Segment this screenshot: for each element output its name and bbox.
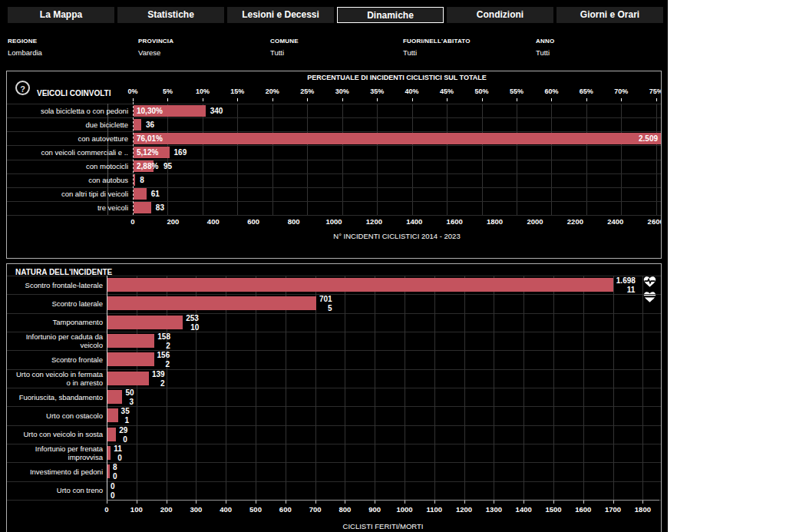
pct-tick-mark [656,98,657,101]
vehicles-chart-panel: PERCENTUALE DI INCIDENTI CICLISTICI SUL … [6,71,662,259]
tab-statistiche[interactable]: Statistiche [117,7,224,23]
category-label: sola bicicletta o con pedoni [7,104,128,117]
bar-fuoriuscita-sbandamento[interactable] [107,390,122,404]
morti-value-label: 1 [125,416,130,425]
axis-tick-mark [375,501,375,504]
pct-tick-mark [447,98,447,101]
category-label: Fuoriuscita, sbandamento [7,388,103,406]
pct-tick-label: 20% [256,88,289,95]
chart-title: PERCENTUALE DI INCIDENTI CICLISTICI SUL … [133,74,661,81]
bar-tre-veicoli[interactable] [134,202,151,213]
legend [642,275,659,306]
gridline [405,276,405,500]
bar-scontro-laterale[interactable] [107,296,316,310]
pct-tick-mark [272,98,273,101]
filter-value-regione[interactable]: Lombardia [8,48,42,57]
filter-comune: COMUNETutti [270,38,299,57]
category-label: Urto con ostacolo [7,406,103,425]
count-value-label: 2.509 [639,133,658,144]
bar-urto-con-veicolo-in-sosta[interactable] [107,428,116,441]
pct-tick-mark [237,98,238,101]
morti-value-label: 0 [111,491,115,501]
count-tick-label: 1400 [395,217,434,226]
filter-anno: ANNOTutti [536,38,554,57]
filter-label-anno: ANNO [536,38,554,45]
category-label: Urto con veicolo in sosta [7,425,103,444]
pct-tick-mark [412,98,413,101]
count-value-label: 36 [146,119,154,131]
morti-value-label: 0 [117,454,122,463]
bar-tamponamento[interactable] [107,316,183,329]
category-label: Infortunio per frenata improvvisa [7,444,103,462]
count-tick-label: 1800 [624,505,661,514]
bar-con-autobus[interactable] [134,174,135,186]
pct-tick-mark [203,98,203,101]
category-label: Infortunio per caduta da veicolo [7,332,103,350]
bar-urto-con-veicolo-in-fermata[interactable] [107,372,149,385]
pct-value-label: 2,88% [137,160,158,172]
category-label: con altri tipi di veicoli [7,187,128,201]
category-label: con autobus [7,173,128,187]
help-icon[interactable]: ? [15,81,30,95]
bar-due-biciclette[interactable] [134,119,141,131]
filter-fuori-nell-abitato: FUORI/NELL'ABITATOTutti [403,38,471,57]
gridline [553,276,554,500]
axis-tick-mark [256,501,256,504]
gridline [345,276,345,500]
bar-scontro-frontale-laterale[interactable] [107,278,613,292]
feriti-value-label: 0 [111,482,115,491]
count-value-label: 169 [174,147,187,158]
pct-tick-label: 5% [150,88,184,95]
morti-value-label: 10 [190,323,199,332]
bar-urto-con-ostacolo[interactable] [107,408,118,422]
axis-tick-mark [434,501,435,504]
feriti-value-label: 253 [186,314,199,323]
category-label: tre veicoli [7,201,128,215]
bar-infortunio-per-caduta-da[interactable] [107,334,154,348]
tab-lesioni-e-decessi[interactable]: Lesioni e Decessi [227,7,334,23]
x-axis-title-incidenti: N° INCIDENTI CICLISTICI 2014 - 2023 [133,232,661,240]
axis-tick-mark [553,501,554,504]
morti-value-label: 3 [129,398,134,407]
count-value-label: 340 [210,105,223,117]
filter-provincia: PROVINCIAVarese [138,38,173,57]
axis-tick-mark [494,501,494,504]
axis-tick-mark [405,501,405,504]
filter-value-comune[interactable]: Tutti [270,48,299,57]
morti-value-label: 2 [166,342,170,351]
filter-value-fuori-nell-abitato[interactable]: Tutti [403,48,471,57]
bar-infortunio-per-frenata[interactable] [107,446,111,460]
count-value-label: 8 [140,174,144,186]
filter-value-anno[interactable]: Tutti [536,48,554,57]
axis-tick-mark [167,501,167,504]
heart-icon [642,290,657,303]
filter-value-provincia[interactable]: Varese [138,48,173,57]
pct-tick-label: 25% [290,88,324,95]
tab-dinamiche[interactable]: Dinamiche [337,7,444,23]
pct-tick-label: 65% [570,88,603,95]
filter-label-comune: COMUNE [270,38,299,45]
axis-tick-mark [583,501,584,504]
pct-tick-label: 45% [430,88,464,95]
row-separator [7,294,661,295]
tab-condizioni[interactable]: Condizioni [447,7,553,23]
row-separator [7,462,661,463]
pct-value-label: 10,30% [137,105,163,117]
morti-value-label: 0 [113,472,117,481]
count-tick-label: 2200 [555,217,595,226]
pct-tick-label: 15% [220,88,254,95]
category-label: Urto con veicolo in fermata o in arresto [7,369,103,388]
bar-con-autovetture[interactable] [134,133,661,144]
bar-con-altri-tipi-di-veicoli[interactable] [134,188,147,200]
count-tick-label: 400 [193,217,233,226]
tab-la-mappa[interactable]: La Mappa [8,7,114,23]
bar-investimento-di-pedoni[interactable] [107,464,110,478]
tab-bar: La MappaStatisticheLesioni e DecessiDina… [0,7,668,23]
category-label: con motocicli [7,160,128,173]
pct-tick-label: 40% [395,88,429,95]
count-tick-label: 2000 [515,217,555,226]
tab-giorni-e-orari[interactable]: Giorni e Orari [556,7,663,23]
bar-scontro-frontale[interactable] [107,352,154,366]
pct-tick-mark [342,98,343,101]
pct-value-label: 76,01% [137,133,163,144]
